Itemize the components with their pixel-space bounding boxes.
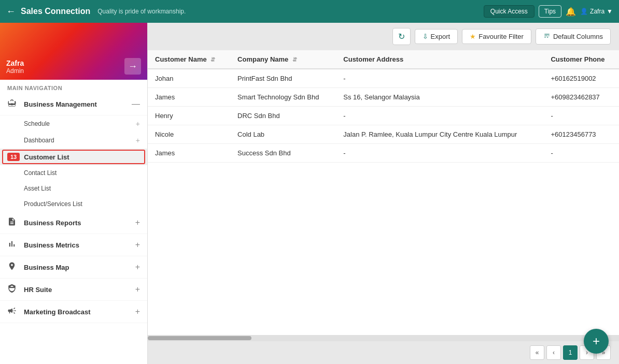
export-button[interactable]: ⇩ Export xyxy=(415,29,458,44)
first-page-button[interactable]: « xyxy=(530,345,544,360)
default-columns-button[interactable]: Default Columns xyxy=(536,28,611,45)
col-customer-phone: Customer Phone xyxy=(543,50,619,69)
user-dropdown-icon: ▼ xyxy=(607,8,613,15)
cell-customer-name: James xyxy=(148,144,230,163)
horizontal-scroll-thumb[interactable] xyxy=(148,336,251,340)
cell-company-name: PrintFast Sdn Bhd xyxy=(230,69,336,88)
schedule-label: Schedule xyxy=(24,120,50,127)
sidebar-item-schedule[interactable]: Schedule + xyxy=(0,115,147,132)
cell-company-name: Success Sdn Bhd xyxy=(230,144,336,163)
sidebar-header: Zafra Admin → xyxy=(0,23,147,80)
business-map-icon xyxy=(7,261,20,273)
hr-suite-icon xyxy=(7,284,20,295)
cell-company-name: Cold Lab xyxy=(230,125,336,144)
sidebar-item-customer-list[interactable]: 13 Customer List xyxy=(0,149,147,165)
current-page-button[interactable]: 1 xyxy=(563,345,578,360)
user-menu[interactable]: 👤 Zafra ▼ xyxy=(580,8,613,15)
main-layout: Zafra Admin → MAIN NAVIGATION Business M… xyxy=(0,23,619,364)
sidebar-item-bm-collapse-icon: — xyxy=(132,99,140,109)
table-row[interactable]: James Smart Technology Sdn Bhd Ss 16, Se… xyxy=(148,88,619,107)
sidebar-user-info: Zafra Admin xyxy=(6,59,24,75)
table-row[interactable]: James Success Sdn Bhd - - xyxy=(148,144,619,163)
sidebar: Zafra Admin → MAIN NAVIGATION Business M… xyxy=(0,23,148,364)
business-metrics-icon xyxy=(7,239,20,251)
marketing-broadcast-icon xyxy=(7,306,20,317)
app-title: Sales Connection xyxy=(21,7,90,16)
columns-icon xyxy=(543,32,551,41)
cell-customer-name: Johan xyxy=(148,69,230,88)
cell-customer-name: James xyxy=(148,88,230,107)
sidebar-item-asset-list[interactable]: Asset List xyxy=(0,181,147,196)
topnav-right: Quick Access Tips 🔔 👤 Zafra ▼ xyxy=(484,5,613,18)
table-toolbar: ↻ ⇩ Export ★ Favourite Filter Default Co… xyxy=(148,23,619,50)
export-label: Export xyxy=(431,33,451,40)
sort-icon-company: ⇵ xyxy=(292,56,297,63)
business-metrics-label: Business Metrics xyxy=(24,241,135,249)
asset-list-label: Asset List xyxy=(24,185,51,192)
favourite-filter-button[interactable]: ★ Favourite Filter xyxy=(462,29,531,44)
table-row[interactable]: Johan PrintFast Sdn Bhd - +60162519002 xyxy=(148,69,619,88)
cell-customer-address: Ss 16, Selangor Malaysia xyxy=(336,88,543,107)
pagination: « ‹ 1 › » xyxy=(148,341,619,364)
logout-button[interactable]: → xyxy=(124,58,141,75)
dashboard-label: Dashboard xyxy=(24,137,54,144)
sidebar-item-business-metrics[interactable]: Business Metrics + xyxy=(0,234,147,256)
sidebar-item-bm-label: Business Management xyxy=(24,100,132,108)
sidebar-item-product-services-list[interactable]: Product/Services List xyxy=(0,196,147,212)
cell-customer-phone: - xyxy=(543,107,619,125)
table-row[interactable]: Nicole Cold Lab Jalan P. Ramlee, Kuala L… xyxy=(148,125,619,144)
cell-customer-phone: - xyxy=(543,144,619,163)
back-button[interactable]: ← xyxy=(6,6,16,17)
sidebar-item-dashboard[interactable]: Dashboard + xyxy=(0,132,147,149)
export-icon: ⇩ xyxy=(423,33,428,40)
marketing-broadcast-expand-icon: + xyxy=(135,307,140,316)
col-company-name[interactable]: Company Name ⇵ xyxy=(230,50,336,69)
favourite-filter-label: Favourite Filter xyxy=(479,33,524,40)
col-customer-name[interactable]: Customer Name ⇵ xyxy=(148,50,230,69)
cell-customer-address: - xyxy=(336,107,543,125)
cell-customer-address: - xyxy=(336,144,543,163)
user-icon: 👤 xyxy=(580,8,588,15)
prev-page-button[interactable]: ‹ xyxy=(546,345,561,360)
sidebar-item-business-reports[interactable]: Business Reports + xyxy=(0,212,147,234)
cell-customer-address: Jalan P. Ramlee, Kuala Lumpur City Centr… xyxy=(336,125,543,144)
sidebar-item-marketing-broadcast[interactable]: Marketing Broadcast + xyxy=(0,301,147,323)
sort-icon-name: ⇵ xyxy=(210,56,215,63)
dashboard-expand-icon: + xyxy=(136,136,140,144)
main-content: ↻ ⇩ Export ★ Favourite Filter Default Co… xyxy=(148,23,619,364)
sidebar-item-hr-suite[interactable]: HR Suite + xyxy=(0,279,147,301)
contact-list-label: Contact List xyxy=(24,169,57,177)
cell-customer-phone: +60123456773 xyxy=(543,125,619,144)
sidebar-item-business-map[interactable]: Business Map + xyxy=(0,256,147,279)
add-fab-icon: + xyxy=(593,334,600,348)
sidebar-user-name: Zafra xyxy=(6,59,24,67)
default-columns-label: Default Columns xyxy=(553,33,603,40)
sidebar-item-contact-list[interactable]: Contact List xyxy=(0,165,147,181)
cell-company-name: DRC Sdn Bhd xyxy=(230,107,336,125)
sidebar-user-role: Admin xyxy=(6,67,24,75)
top-navigation: ← Sales Connection Quality is pride of w… xyxy=(0,0,619,23)
business-reports-label: Business Reports xyxy=(24,219,135,227)
notification-bell-icon[interactable]: 🔔 xyxy=(566,7,576,17)
add-fab-button[interactable]: + xyxy=(584,329,609,354)
business-management-icon xyxy=(7,98,20,110)
app-subtitle: Quality is pride of workmanship. xyxy=(97,8,484,15)
tips-button[interactable]: Tips xyxy=(539,5,561,18)
cell-customer-phone: +609823462837 xyxy=(543,88,619,107)
marketing-broadcast-label: Marketing Broadcast xyxy=(24,308,135,316)
customer-table-container[interactable]: Customer Name ⇵ Company Name ⇵ Customer … xyxy=(148,50,619,335)
customer-list-label: Customer List xyxy=(24,153,69,161)
sidebar-item-business-management[interactable]: Business Management — xyxy=(0,93,147,115)
refresh-button[interactable]: ↻ xyxy=(392,28,411,45)
horizontal-scrollbar[interactable] xyxy=(148,335,619,341)
cell-customer-name: Henry xyxy=(148,107,230,125)
cell-customer-name: Nicole xyxy=(148,125,230,144)
quick-access-button[interactable]: Quick Access xyxy=(484,5,534,18)
star-icon: ★ xyxy=(470,33,476,40)
business-map-label: Business Map xyxy=(24,264,135,271)
table-row[interactable]: Henry DRC Sdn Bhd - - xyxy=(148,107,619,125)
product-services-label: Product/Services List xyxy=(24,200,82,208)
business-metrics-expand-icon: + xyxy=(135,240,140,250)
schedule-expand-icon: + xyxy=(136,120,140,128)
nav-section-label: MAIN NAVIGATION xyxy=(0,80,147,93)
